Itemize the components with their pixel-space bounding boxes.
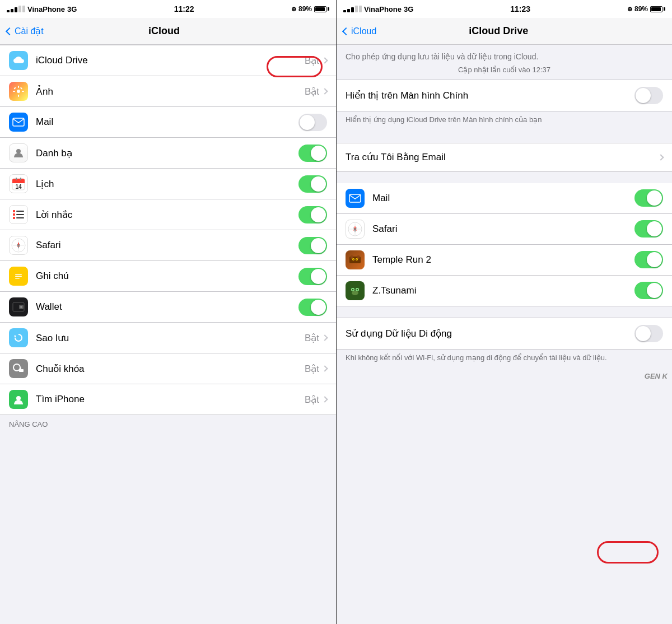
svg-rect-17 [16, 211, 24, 212]
list-item-keychain[interactable]: Chuỗi khóa Bật [0, 353, 336, 384]
right-network-label: 3G [404, 5, 413, 13]
left-back-chevron-icon [6, 27, 13, 35]
battery-icon [314, 6, 329, 12]
svg-rect-39 [20, 367, 21, 370]
list-item-temple-run[interactable]: Temple Run 2 [337, 245, 672, 276]
svg-rect-42 [349, 194, 361, 202]
svg-point-41 [16, 396, 21, 401]
list-item-wallet[interactable]: Wallet [0, 292, 336, 323]
findmy-label: Tìm iPhone [36, 394, 305, 405]
right-status-bar: VinaPhone 3G 11:23 ⊕ 89% [337, 0, 672, 18]
list-item-safari[interactable]: Safari [0, 230, 336, 261]
photos-value: Bật [305, 86, 319, 97]
left-back-button[interactable]: Cài đặt [7, 26, 44, 36]
list-item-app-mail[interactable]: Mail [337, 183, 672, 214]
show-on-home-row[interactable]: Hiển thị trên Màn hình Chính [337, 80, 672, 111]
section-divider-1 [337, 132, 672, 143]
right-battery-percent: 89% [634, 5, 648, 13]
svg-rect-12 [12, 182, 25, 183]
left-back-label: Cài đặt [15, 26, 44, 36]
svg-point-1 [17, 90, 20, 93]
svg-point-34 [20, 306, 22, 308]
reminders-toggle[interactable] [298, 206, 327, 223]
svg-rect-5 [22, 91, 24, 92]
list-item-app-safari[interactable]: Safari [337, 214, 672, 245]
mobile-data-row[interactable]: Sử dụng Dữ liệu Di động [337, 318, 672, 350]
right-page-title: iCloud Drive [376, 25, 620, 37]
temple-run-label: Temple Run 2 [372, 254, 634, 266]
list-item-backup[interactable]: Sao lưu Bật [0, 323, 336, 353]
contacts-toggle[interactable] [298, 145, 327, 162]
list-item-findmy[interactable]: Tìm iPhone Bật [0, 384, 336, 415]
mail-toggle[interactable] [298, 114, 327, 131]
mobile-data-toggle[interactable] [634, 325, 663, 342]
safari-label: Safari [36, 240, 298, 251]
show-on-home-label: Hiển thị trên Màn hình Chính [346, 90, 634, 101]
right-signal-icon [343, 6, 362, 12]
keychain-icon [9, 359, 28, 378]
app-mail-toggle[interactable] [634, 189, 663, 207]
right-back-chevron-icon [342, 27, 350, 35]
contacts-icon [9, 143, 28, 162]
list-item-ztsunami[interactable]: Z.Tsunami [337, 276, 672, 306]
find-by-email-row[interactable]: Tra cứu Tôi Bằng Email [337, 143, 672, 172]
list-item-contacts[interactable]: Danh bạ [0, 138, 336, 169]
left-time: 11:22 [174, 4, 194, 13]
photos-label: Ảnh [36, 86, 305, 97]
svg-point-9 [16, 149, 21, 153]
ztsunami-toggle[interactable] [634, 282, 663, 299]
list-item-icloud-drive[interactable]: iCloud Drive Bật [0, 45, 336, 76]
wallet-toggle[interactable] [298, 299, 327, 316]
wallet-label: Wallet [36, 301, 298, 313]
svg-rect-15 [20, 178, 21, 180]
list-item-reminders[interactable]: Lời nhắc [0, 199, 336, 230]
svg-rect-30 [15, 276, 22, 277]
section-divider-3 [337, 306, 672, 318]
list-item-notes[interactable]: Ghi chú [0, 261, 336, 292]
svg-rect-18 [13, 213, 15, 216]
calendar-label: Lịch [36, 178, 298, 190]
left-page-title: iCloud [44, 25, 284, 37]
svg-rect-20 [13, 217, 15, 219]
right-back-button[interactable]: iCloud [343, 26, 376, 36]
photos-chevron-icon [321, 88, 328, 94]
svg-rect-2 [18, 86, 19, 88]
battery-percent: 89% [298, 5, 312, 13]
left-phone-screen: VinaPhone 3G 11:22 ⊕ 89% Cài đặt iCloud [0, 0, 336, 624]
temple-run-icon [346, 250, 365, 269]
left-status-bar: VinaPhone 3G 11:22 ⊕ 89% [0, 0, 336, 18]
svg-point-55 [356, 259, 357, 260]
right-status-left: VinaPhone 3G [343, 5, 413, 13]
calendar-icon: 14 [9, 174, 28, 193]
svg-rect-31 [15, 278, 20, 279]
list-item-calendar[interactable]: 14 Lịch [0, 169, 336, 199]
keychain-label: Chuỗi khóa [36, 363, 305, 375]
app-safari-label: Safari [372, 223, 634, 235]
left-status-right: ⊕ 89% [291, 5, 329, 13]
calendar-toggle[interactable] [298, 175, 327, 193]
notes-label: Ghi chú [36, 271, 298, 282]
temple-run-toggle[interactable] [634, 251, 663, 268]
app-mail-label: Mail [372, 193, 634, 204]
safari-toggle[interactable] [298, 237, 327, 254]
watermark: GEN K [337, 370, 672, 383]
show-on-home-toggle[interactable] [634, 87, 663, 104]
notes-toggle[interactable] [298, 268, 327, 285]
app-safari-toggle[interactable] [634, 220, 663, 238]
svg-point-59 [357, 288, 358, 290]
left-settings-list: iCloud Drive Bật [0, 45, 336, 624]
right-screen-content: Cho phép ứng dụng lưu tài liệu và dữ liệ… [337, 45, 672, 624]
svg-rect-3 [18, 95, 19, 97]
icloud-drive-chevron-icon [321, 57, 328, 63]
mobile-data-label: Sử dụng Dữ liệu Di động [346, 328, 634, 339]
svg-rect-6 [13, 87, 16, 89]
list-item-photos[interactable]: Ảnh Bật [0, 76, 336, 107]
findmy-icon [9, 390, 28, 409]
signal-strength-icon [7, 6, 25, 12]
findmy-value: Bật [305, 394, 319, 406]
svg-rect-19 [16, 214, 24, 215]
right-time: 11:23 [510, 4, 530, 13]
reminders-icon [9, 205, 28, 224]
svg-point-58 [352, 288, 354, 290]
list-item-mail[interactable]: Mail [0, 107, 336, 138]
